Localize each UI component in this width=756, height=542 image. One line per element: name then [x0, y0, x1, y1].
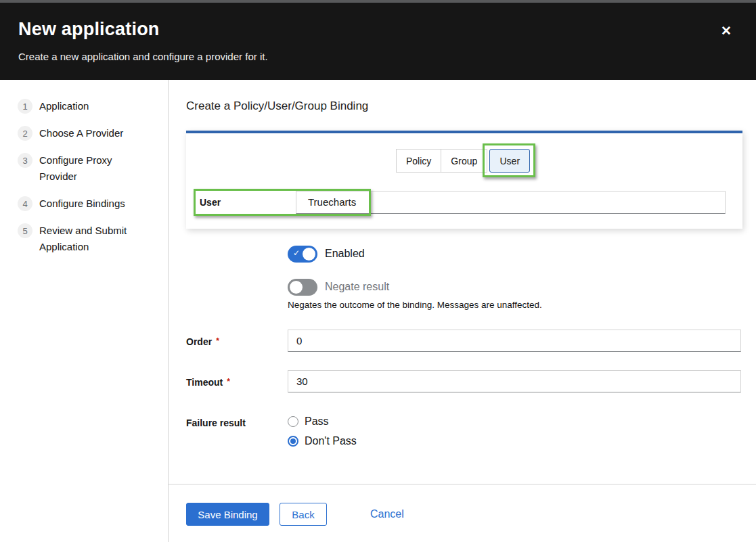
step-number-badge: 2 — [18, 126, 32, 141]
step-label: Choose A Provider — [39, 125, 123, 141]
binding-type-toggle-group: Policy Group User — [396, 149, 530, 173]
sidebar-step-review-submit[interactable]: 5 Review and Submit Application — [18, 223, 153, 255]
negate-result-toggle[interactable] — [288, 279, 317, 296]
step-label: Application — [39, 98, 89, 114]
check-icon: ✓ — [293, 248, 300, 258]
user-select[interactable]: Truecharts — [296, 191, 726, 214]
failure-result-label: Failure result — [186, 417, 246, 428]
sidebar-step-configure-proxy-provider[interactable]: 3 Configure Proxy Provider — [18, 152, 153, 185]
wizard-title: New application — [18, 19, 160, 40]
failure-result-radio-pass[interactable]: Pass — [288, 415, 329, 428]
radio-label: Don't Pass — [305, 435, 357, 447]
new-application-wizard: New application Create a new application… — [0, 0, 756, 542]
enabled-toggle-label: Enabled — [325, 248, 365, 260]
sidebar-step-configure-bindings[interactable]: 4 Configure Bindings — [18, 196, 153, 212]
negate-result-toggle-label: Negate result — [325, 281, 389, 293]
back-button[interactable]: Back — [280, 503, 327, 526]
timeout-input[interactable] — [288, 370, 741, 392]
step-label: Configure Proxy Provider — [39, 152, 141, 185]
radio-label: Pass — [305, 415, 329, 428]
step-label: Review and Submit Application — [39, 223, 141, 255]
order-label-text: Order — [186, 336, 212, 347]
footer-divider — [168, 484, 756, 484]
toggle-knob — [303, 248, 315, 261]
step-number-badge: 5 — [18, 223, 32, 238]
timeout-label-text: Timeout — [186, 377, 223, 388]
tab-group[interactable]: Group — [441, 149, 487, 173]
cancel-link[interactable]: Cancel — [370, 508, 404, 520]
sidebar-divider — [168, 80, 169, 542]
tab-user[interactable]: User — [489, 149, 530, 173]
step-number-badge: 1 — [18, 99, 32, 114]
binding-type-card: Policy Group User User Truecharts — [186, 131, 742, 229]
radio-icon — [288, 416, 298, 427]
wizard-subtitle: Create a new application and configure a… — [18, 51, 268, 62]
failure-result-radio-dont-pass[interactable]: Don't Pass — [288, 435, 357, 447]
order-input[interactable] — [288, 330, 741, 352]
user-field-label: User — [200, 197, 221, 208]
step-number-badge: 4 — [18, 196, 32, 211]
save-binding-button[interactable]: Save Binding — [186, 503, 269, 526]
page-title: Create a Policy/User/Group Binding — [186, 99, 368, 113]
close-icon[interactable]: ✕ — [716, 20, 736, 41]
sidebar-step-application[interactable]: 1 Application — [18, 98, 153, 114]
negate-result-help-text: Negates the outcome of the binding. Mess… — [288, 300, 542, 310]
sidebar-step-choose-provider[interactable]: 2 Choose A Provider — [18, 125, 153, 141]
step-number-badge: 3 — [18, 153, 32, 168]
required-asterisk: * — [227, 377, 230, 386]
enabled-toggle[interactable]: ✓ — [288, 246, 317, 263]
wizard-header: New application Create a new application… — [0, 3, 756, 80]
timeout-field-label: Timeout* — [186, 377, 230, 388]
tab-policy[interactable]: Policy — [396, 149, 441, 173]
step-label: Configure Bindings — [39, 196, 125, 212]
required-asterisk: * — [216, 336, 219, 346]
order-field-label: Order* — [186, 336, 219, 347]
toggle-knob — [290, 281, 303, 294]
radio-icon-selected — [288, 436, 298, 447]
